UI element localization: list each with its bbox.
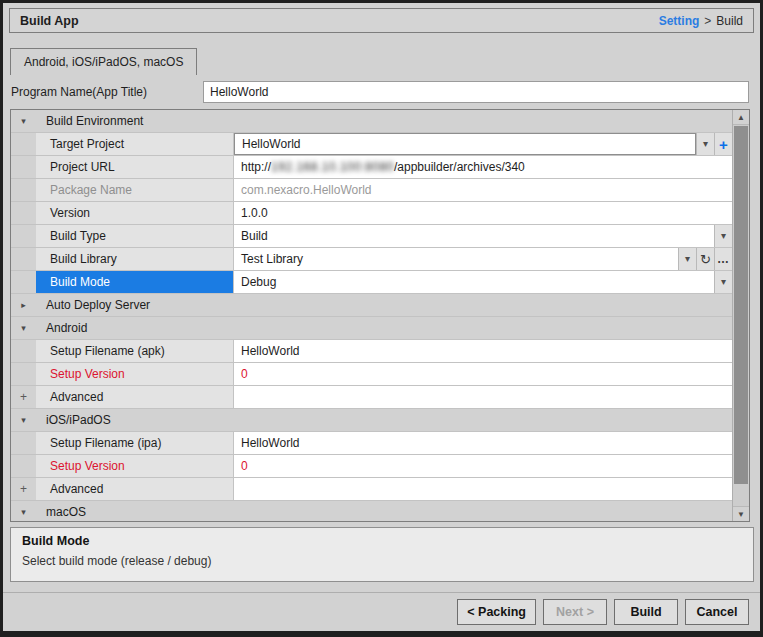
property-value[interactable]: http://192.168.10.100:8080/appbuilder/ar…	[234, 156, 732, 178]
program-name-input[interactable]	[203, 81, 749, 103]
property-label[interactable]: Project URL	[36, 156, 234, 178]
row-gutter	[11, 179, 36, 201]
row-gutter	[11, 271, 36, 293]
dropdown-arrow-icon: ▾	[721, 231, 726, 241]
property-label[interactable]: Advanced	[36, 386, 234, 408]
section-row-macos[interactable]: ▾macOS	[11, 501, 732, 521]
row-gutter	[11, 225, 36, 247]
refresh-button[interactable]: ↻	[696, 248, 714, 270]
property-row-version[interactable]: Version1.0.0	[11, 202, 732, 225]
cancel-button[interactable]: Cancel	[685, 599, 749, 625]
vertical-scrollbar[interactable]: ▲ ▼	[732, 110, 749, 521]
property-value[interactable]: Test Library	[234, 248, 678, 270]
build-button[interactable]: Build	[614, 599, 678, 625]
property-value[interactable]: com.nexacro.HelloWorld	[234, 179, 732, 201]
property-row-setup-version[interactable]: Setup Version0	[11, 363, 732, 386]
build-app-dialog: Build App Setting > Build Android, iOS/i…	[0, 0, 763, 637]
property-label[interactable]: Version	[36, 202, 234, 224]
scroll-up-icon[interactable]: ▲	[733, 110, 749, 125]
property-value[interactable]: HelloWorld	[234, 340, 732, 362]
property-label[interactable]: Build Type	[36, 225, 234, 247]
scrollbar-thumb[interactable]	[734, 126, 748, 484]
section-title: macOS	[36, 501, 86, 521]
property-label[interactable]: Build Library	[36, 248, 234, 270]
property-description-panel: Build Mode Select build mode (release / …	[10, 527, 754, 582]
section-row-android[interactable]: ▾Android	[11, 317, 732, 340]
breadcrumb-setting-link[interactable]: Setting	[659, 14, 700, 28]
row-gutter: ▸	[11, 294, 36, 316]
collapse-icon[interactable]: ▾	[21, 117, 26, 126]
more-button[interactable]: …	[714, 248, 732, 270]
row-gutter	[11, 202, 36, 224]
row-gutter	[11, 248, 36, 270]
property-value[interactable]: 1.0.0	[234, 202, 732, 224]
row-gutter	[11, 363, 36, 385]
property-grid: ▾Build EnvironmentTarget ProjectHelloWor…	[10, 109, 750, 522]
ellipsis-icon: …	[717, 253, 730, 265]
property-label[interactable]: Package Name	[36, 179, 234, 201]
collapse-icon[interactable]: ▾	[21, 416, 26, 425]
expand-plus-icon[interactable]: +	[20, 391, 27, 403]
row-gutter: ▾	[11, 501, 36, 521]
property-value[interactable]: Build	[234, 225, 714, 247]
property-row-setup-version[interactable]: Setup Version0	[11, 455, 732, 478]
dropdown-button[interactable]: ▾	[714, 271, 732, 293]
property-label[interactable]: Setup Filename (apk)	[36, 340, 234, 362]
row-gutter: ▾	[11, 317, 36, 339]
description-text: Select build mode (release / debug)	[22, 554, 742, 568]
property-value[interactable]: Debug	[234, 271, 714, 293]
dropdown-button[interactable]: ▾	[696, 133, 714, 155]
row-gutter: +	[11, 386, 36, 408]
property-row-build-type[interactable]: Build TypeBuild▾	[11, 225, 732, 248]
property-value[interactable]: HelloWorld	[234, 133, 696, 155]
property-row-setup-filename-apk[interactable]: Setup Filename (apk)HelloWorld	[11, 340, 732, 363]
property-row-advanced[interactable]: +Advanced	[11, 478, 732, 501]
footer-button-bar: < PackingNext >BuildCancel	[3, 592, 760, 631]
scroll-down-icon[interactable]: ▼	[733, 506, 749, 521]
property-row-build-library[interactable]: Build LibraryTest Library▾↻…	[11, 248, 732, 271]
property-row-package-name[interactable]: Package Namecom.nexacro.HelloWorld	[11, 179, 732, 202]
property-label[interactable]: Setup Filename (ipa)	[36, 432, 234, 454]
property-label[interactable]: Setup Version	[36, 455, 234, 477]
row-gutter: +	[11, 478, 36, 500]
property-row-advanced[interactable]: +Advanced	[11, 386, 732, 409]
expand-icon[interactable]: ▸	[21, 301, 26, 310]
collapse-icon[interactable]: ▾	[21, 324, 26, 333]
property-row-target-project[interactable]: Target ProjectHelloWorld▾+	[11, 133, 732, 156]
property-value[interactable]: 0	[234, 363, 732, 385]
row-gutter: ▾	[11, 110, 36, 132]
property-label[interactable]: Build Mode	[36, 271, 234, 293]
row-gutter	[11, 455, 36, 477]
property-value[interactable]: 0	[234, 455, 732, 477]
property-row-build-mode[interactable]: Build ModeDebug▾	[11, 271, 732, 294]
property-label[interactable]: Target Project	[36, 133, 234, 155]
dialog-title: Build App	[20, 14, 79, 28]
row-gutter	[11, 340, 36, 362]
next-button[interactable]: Next >	[543, 599, 607, 625]
property-value[interactable]: HelloWorld	[234, 432, 732, 454]
property-value[interactable]	[234, 478, 732, 500]
tab-android-ios-macos[interactable]: Android, iOS/iPadOS, macOS	[10, 48, 197, 75]
add-button[interactable]: +	[714, 133, 732, 155]
property-label[interactable]: Advanced	[36, 478, 234, 500]
collapse-icon[interactable]: ▾	[21, 508, 26, 517]
section-row-ios-ipados[interactable]: ▾iOS/iPadOS	[11, 409, 732, 432]
breadcrumb: Setting > Build	[659, 14, 743, 28]
property-label[interactable]: Setup Version	[36, 363, 234, 385]
property-grid-rows: ▾Build EnvironmentTarget ProjectHelloWor…	[11, 110, 732, 521]
expand-plus-icon[interactable]: +	[20, 483, 27, 495]
section-title: Android	[36, 317, 87, 339]
property-row-setup-filename-ipa[interactable]: Setup Filename (ipa)HelloWorld	[11, 432, 732, 455]
property-value[interactable]	[234, 386, 732, 408]
section-row-auto-deploy-server[interactable]: ▸Auto Deploy Server	[11, 294, 732, 317]
add-icon: +	[719, 137, 728, 152]
section-title: Build Environment	[36, 110, 143, 132]
breadcrumb-separator: >	[704, 14, 711, 28]
section-title: Auto Deploy Server	[36, 294, 150, 316]
dropdown-button[interactable]: ▾	[714, 225, 732, 247]
section-title: iOS/iPadOS	[36, 409, 111, 431]
packing-button[interactable]: < Packing	[457, 599, 536, 625]
property-row-project-url[interactable]: Project URLhttp://192.168.10.100:8080/ap…	[11, 156, 732, 179]
section-row-build-environment[interactable]: ▾Build Environment	[11, 110, 732, 133]
dropdown-button[interactable]: ▾	[678, 248, 696, 270]
